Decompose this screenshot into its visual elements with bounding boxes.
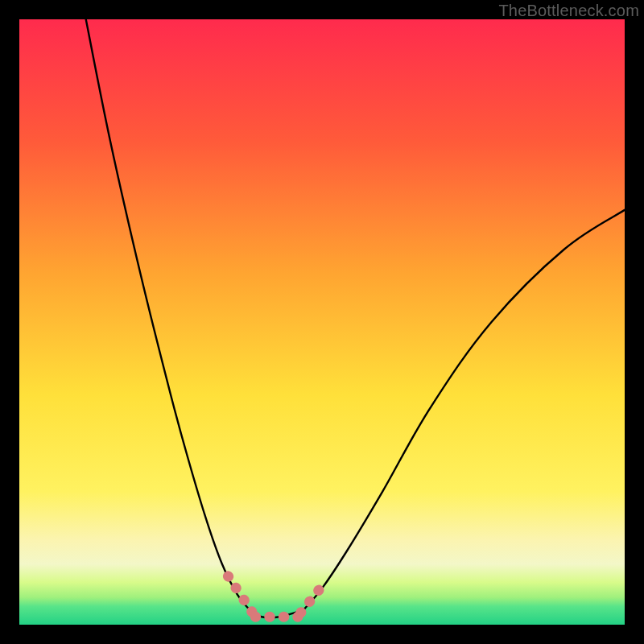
chart-frame <box>19 19 625 625</box>
series-right-branch <box>303 210 625 609</box>
chart-svg <box>19 19 625 625</box>
watermark-text: TheBottleneck.com <box>498 2 639 20</box>
series-left-branch <box>86 19 250 609</box>
accent-left-accent <box>228 576 252 613</box>
